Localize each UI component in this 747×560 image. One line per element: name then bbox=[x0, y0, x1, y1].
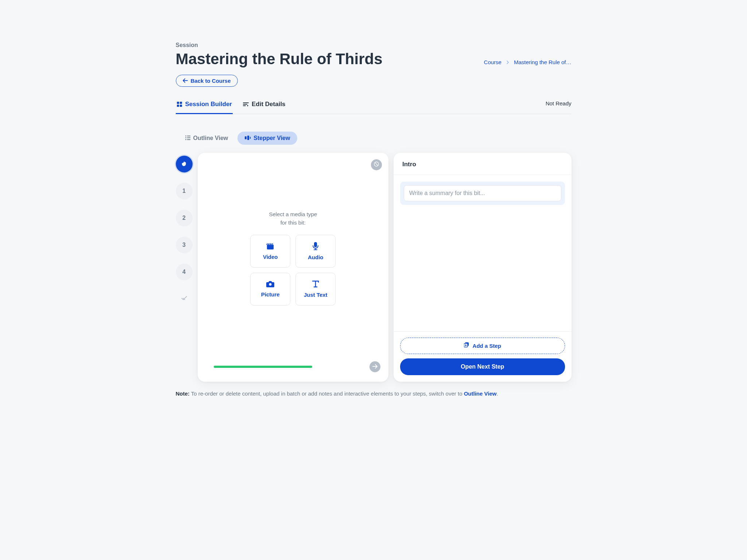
media-prompt: Select a media type for this bit: bbox=[269, 210, 317, 227]
stepper-view-button[interactable]: Stepper View bbox=[237, 132, 297, 145]
check-done-icon bbox=[181, 295, 188, 303]
back-label: Back to Course bbox=[191, 78, 231, 84]
edit-icon bbox=[243, 102, 249, 107]
arrow-left-icon bbox=[183, 78, 188, 84]
media-audio-button[interactable]: Audio bbox=[295, 235, 336, 268]
camera-icon bbox=[266, 281, 274, 288]
outline-view-link[interactable]: Outline View bbox=[464, 390, 497, 397]
svg-rect-2 bbox=[177, 105, 179, 107]
outline-view-button[interactable]: Outline View bbox=[178, 132, 236, 145]
svg-rect-7 bbox=[187, 137, 190, 138]
svg-rect-15 bbox=[314, 242, 317, 247]
svg-rect-11 bbox=[247, 136, 249, 140]
svg-rect-9 bbox=[187, 139, 190, 140]
list-icon bbox=[185, 135, 190, 141]
back-to-course-button[interactable]: Back to Course bbox=[176, 75, 238, 87]
step-4[interactable]: 4 bbox=[176, 264, 193, 280]
svg-rect-1 bbox=[180, 102, 182, 104]
step-intro[interactable] bbox=[176, 156, 193, 172]
video-icon bbox=[266, 242, 274, 251]
tab-session-builder[interactable]: Session Builder bbox=[176, 97, 233, 114]
outline-view-label: Outline View bbox=[193, 135, 228, 141]
svg-rect-10 bbox=[245, 136, 247, 139]
media-text-button[interactable]: Just Text bbox=[295, 273, 336, 306]
media-picture-button[interactable]: Picture bbox=[250, 273, 290, 306]
stepper-icon bbox=[245, 135, 251, 141]
stepper-view-label: Stepper View bbox=[253, 135, 290, 141]
media-text-label: Just Text bbox=[304, 292, 328, 298]
intro-title: Intro bbox=[394, 153, 572, 175]
step-complete[interactable] bbox=[176, 291, 193, 307]
footer-note: Note: To re-order or delete content, upl… bbox=[176, 390, 572, 397]
add-step-icon bbox=[464, 342, 470, 349]
step-3[interactable]: 3 bbox=[176, 237, 193, 253]
block-icon-button[interactable] bbox=[371, 159, 382, 170]
progress-bar bbox=[206, 366, 365, 368]
intro-card: Intro Add a Step Open Next Step bbox=[394, 153, 572, 382]
arrow-right-icon bbox=[372, 363, 378, 370]
page-subtitle: Session bbox=[176, 42, 383, 48]
tab-edit-label: Edit Details bbox=[252, 101, 286, 108]
svg-rect-6 bbox=[185, 137, 186, 138]
microphone-icon bbox=[312, 242, 319, 251]
svg-rect-0 bbox=[177, 102, 179, 104]
summary-input[interactable] bbox=[404, 185, 561, 201]
svg-rect-12 bbox=[250, 137, 251, 139]
svg-point-16 bbox=[269, 283, 272, 286]
page-title: Mastering the Rule of Thirds bbox=[176, 50, 383, 68]
chevron-right-icon bbox=[506, 59, 510, 65]
tab-edit-details[interactable]: Edit Details bbox=[242, 97, 286, 114]
step-2[interactable]: 2 bbox=[176, 210, 193, 226]
media-select-card: Select a media type for this bit: Video … bbox=[198, 153, 389, 382]
open-next-step-button[interactable]: Open Next Step bbox=[400, 358, 565, 375]
svg-rect-3 bbox=[180, 105, 182, 107]
breadcrumb-root[interactable]: Course bbox=[484, 59, 502, 65]
svg-line-14 bbox=[375, 163, 378, 166]
media-video-button[interactable]: Video bbox=[250, 235, 290, 268]
next-arrow-button[interactable] bbox=[369, 361, 380, 372]
svg-rect-5 bbox=[187, 136, 190, 136]
breadcrumb: Course Mastering the Rule of… bbox=[484, 59, 572, 68]
add-step-button[interactable]: Add a Step bbox=[400, 338, 565, 354]
breadcrumb-current[interactable]: Mastering the Rule of… bbox=[514, 59, 572, 65]
blocked-icon bbox=[374, 161, 379, 168]
media-video-label: Video bbox=[263, 254, 278, 260]
status-label: Not Ready bbox=[546, 100, 572, 111]
media-audio-label: Audio bbox=[308, 254, 324, 260]
grid-icon bbox=[177, 101, 182, 107]
media-picture-label: Picture bbox=[261, 291, 280, 298]
svg-rect-4 bbox=[185, 136, 186, 136]
text-icon bbox=[312, 280, 319, 289]
tab-builder-label: Session Builder bbox=[185, 101, 232, 108]
step-1[interactable]: 1 bbox=[176, 183, 193, 199]
svg-rect-8 bbox=[185, 139, 186, 140]
wave-icon bbox=[181, 160, 188, 168]
add-step-label: Add a Step bbox=[473, 343, 501, 349]
